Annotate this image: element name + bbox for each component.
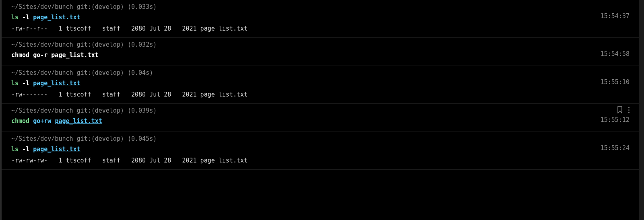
prompt-timing: (0.033s) bbox=[128, 3, 157, 10]
block-timestamp: 15:54:58 bbox=[601, 49, 630, 59]
terminal-block[interactable]: ~/Sites/dev/bunch git:(develop) (0.039s)… bbox=[2, 104, 639, 132]
command-line: ls -l page_list.txt bbox=[11, 78, 630, 88]
command-output: -rw-r--r-- 1 ttscoff staff 2080 Jul 28 2… bbox=[11, 24, 630, 33]
prompt-git-suffix: ) bbox=[120, 69, 124, 76]
prompt-path: ~/Sites/dev/bunch bbox=[11, 135, 73, 142]
prompt-git-suffix: ) bbox=[120, 41, 124, 48]
prompt-git-prefix: git:( bbox=[77, 107, 95, 114]
terminal-block[interactable]: ~/Sites/dev/bunch git:(develop) (0.045s)… bbox=[2, 132, 639, 170]
prompt-git-suffix: ) bbox=[120, 3, 124, 10]
command-line: chmod go+rw page_list.txt bbox=[11, 116, 630, 126]
command-line: chmod go-r page_list.txt bbox=[11, 50, 630, 60]
more-icon[interactable] bbox=[628, 107, 630, 113]
prompt-branch: develop bbox=[95, 41, 120, 48]
command-arg: page_list.txt bbox=[33, 80, 80, 87]
prompt-branch: develop bbox=[95, 3, 120, 10]
block-timestamp: 15:54:37 bbox=[601, 11, 630, 21]
command-name: chmod bbox=[11, 51, 29, 59]
command-arg: page_list.txt bbox=[55, 117, 102, 125]
prompt-git-prefix: git:( bbox=[77, 3, 95, 10]
command-arg: page_list.txt bbox=[33, 14, 80, 21]
prompt-line: ~/Sites/dev/bunch git:(develop) (0.04s) bbox=[11, 68, 630, 78]
prompt-path: ~/Sites/dev/bunch bbox=[11, 107, 73, 114]
terminal-pane[interactable]: ~/Sites/dev/bunch git:(develop) (0.033s)… bbox=[0, 0, 644, 220]
command-arg: page_list.txt bbox=[51, 51, 98, 59]
prompt-timing: (0.045s) bbox=[128, 135, 157, 142]
command-output: -rw------- 1 ttscoff staff 2080 Jul 28 2… bbox=[11, 90, 630, 99]
prompt-timing: (0.032s) bbox=[128, 41, 157, 48]
prompt-git-suffix: ) bbox=[120, 107, 124, 114]
terminal-block[interactable]: ~/Sites/dev/bunch git:(develop) (0.033s)… bbox=[2, 0, 639, 38]
command-flag: -l bbox=[22, 146, 29, 153]
command-name: ls bbox=[11, 146, 19, 153]
prompt-timing: (0.039s) bbox=[128, 107, 157, 114]
prompt-git-suffix: ) bbox=[120, 135, 124, 142]
prompt-path: ~/Sites/dev/bunch bbox=[11, 69, 73, 76]
command-flag: -l bbox=[22, 14, 29, 21]
prompt-git-prefix: git:( bbox=[77, 135, 95, 142]
command-name: ls bbox=[11, 14, 19, 21]
block-timestamp: 15:55:24 bbox=[601, 143, 630, 153]
prompt-line: ~/Sites/dev/bunch git:(develop) (0.045s) bbox=[11, 134, 630, 144]
prompt-git-prefix: git:( bbox=[77, 41, 95, 48]
bookmark-icon[interactable] bbox=[617, 106, 623, 113]
prompt-line: ~/Sites/dev/bunch git:(develop) (0.039s) bbox=[11, 106, 630, 115]
prompt-branch: develop bbox=[95, 135, 120, 142]
command-flag: go-r bbox=[33, 51, 47, 59]
prompt-line: ~/Sites/dev/bunch git:(develop) (0.033s) bbox=[11, 2, 630, 12]
command-output: -rw-rw-rw- 1 ttscoff staff 2080 Jul 28 2… bbox=[11, 156, 630, 165]
prompt-path: ~/Sites/dev/bunch bbox=[11, 41, 73, 48]
terminal-block[interactable]: ~/Sites/dev/bunch git:(develop) (0.04s) … bbox=[2, 66, 639, 104]
block-timestamp: 15:55:10 bbox=[601, 77, 630, 87]
prompt-branch: develop bbox=[95, 69, 120, 76]
block-timestamp: 15:55:12 bbox=[601, 115, 630, 125]
command-line: ls -l page_list.txt bbox=[11, 12, 630, 22]
prompt-line: ~/Sites/dev/bunch git:(develop) (0.032s) bbox=[11, 40, 630, 49]
block-actions bbox=[617, 106, 630, 113]
prompt-git-prefix: git:( bbox=[77, 69, 95, 76]
command-line: ls -l page_list.txt bbox=[11, 144, 630, 154]
command-flag: -l bbox=[22, 80, 29, 87]
command-flag: go+rw bbox=[33, 117, 51, 125]
command-name: chmod bbox=[11, 117, 29, 125]
prompt-path: ~/Sites/dev/bunch bbox=[11, 3, 73, 10]
prompt-branch: develop bbox=[95, 107, 120, 114]
command-arg: page_list.txt bbox=[33, 146, 80, 153]
terminal-block[interactable]: ~/Sites/dev/bunch git:(develop) (0.032s)… bbox=[2, 38, 639, 66]
prompt-timing: (0.04s) bbox=[128, 69, 153, 76]
command-name: ls bbox=[11, 80, 19, 87]
